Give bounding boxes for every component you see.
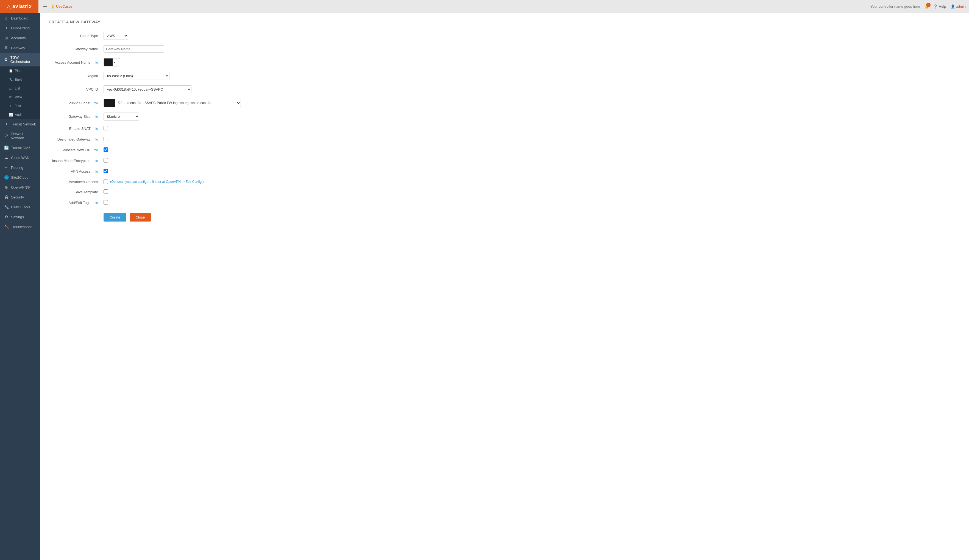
gateway-size-select[interactable]: t2.micro t2.small t2.medium t3.micro: [103, 113, 139, 121]
access-account-info[interactable]: Info: [93, 61, 98, 65]
sidebar-label-onboarding: Onboarding: [11, 26, 30, 30]
sidebar-item-useful-tools[interactable]: 🔧 Useful Tools: [0, 202, 40, 212]
audit-icon: 📊: [9, 113, 13, 117]
designated-gateway-checkbox[interactable]: [103, 137, 108, 141]
allocate-eip-control: [103, 148, 230, 153]
enable-snat-info[interactable]: Info: [93, 127, 98, 131]
sidebar-label-cloud-wan: Cloud WAN: [11, 156, 29, 160]
vpn-access-info[interactable]: Info: [93, 169, 98, 173]
vpc-id-select[interactable]: vpc-0d0318b8410c7edba---SSVPC: [103, 85, 191, 93]
access-account-row: Access Account Name Info ▾: [48, 58, 296, 66]
sidebar-item-peering[interactable]: ↔ Peering: [0, 163, 40, 173]
sidebar-label-settings: Settings: [11, 215, 24, 219]
sidebar-item-list[interactable]: ☰ List: [0, 84, 40, 93]
sidebar-item-audit[interactable]: 📊 Audit: [0, 110, 40, 119]
add-edit-tags-control: [103, 200, 230, 205]
gateway-size-row: Gateway Size Info t2.micro t2.small t2.m…: [48, 113, 296, 121]
vpn-access-checkbox[interactable]: [103, 169, 108, 173]
vpc-id-label: VPC ID: [48, 87, 103, 91]
gateway-size-info[interactable]: Info: [93, 115, 98, 119]
add-edit-tags-row: Add/Edit Tags Info: [48, 200, 296, 205]
add-edit-tags-info[interactable]: Info: [93, 201, 98, 205]
sidebar-item-gateway[interactable]: 🖥 Gateway: [0, 43, 40, 53]
close-button[interactable]: Close: [130, 213, 151, 221]
sidebar-item-plan[interactable]: 📋 Plan: [0, 66, 40, 75]
vpc-id-control: vpc-0d0318b8410c7edba---SSVPC: [103, 85, 230, 93]
sidebar-label-transit-dmz: Transit DMZ: [11, 146, 30, 150]
sidebar-item-cloud-wan[interactable]: ☁ Cloud WAN: [0, 153, 40, 163]
cloud-type-label: Cloud Type: [48, 34, 103, 38]
sidebar-label-useful-tools: Useful Tools: [11, 205, 30, 209]
sidebar-item-site2cloud[interactable]: 🌐 Site2Cloud: [0, 173, 40, 182]
logo[interactable]: △ aviatrix: [0, 0, 38, 13]
sidebar-item-accounts[interactable]: ⊞ Accounts: [0, 33, 40, 43]
add-edit-tags-checkbox[interactable]: [103, 200, 108, 204]
gateway-name-input[interactable]: [103, 45, 164, 53]
allocate-eip-info[interactable]: Info: [93, 148, 98, 152]
sidebar-label-transit-network: Transit Network: [11, 122, 36, 126]
add-edit-tags-label: Add/Edit Tags Info: [48, 201, 103, 205]
allocate-eip-label: Allocate New EIP Info: [48, 148, 103, 152]
gateway-size-label: Gateway Size Info: [48, 115, 103, 119]
sidebar-label-security: Security: [11, 195, 24, 199]
sidebar-item-onboarding[interactable]: ✈ Onboarding: [0, 23, 40, 33]
public-subnet-label: Public Subnet Info: [48, 101, 103, 105]
useful-tools-icon: 🔧: [4, 205, 9, 209]
cloud-wan-icon: ☁: [4, 155, 9, 160]
sidebar-item-transit-network[interactable]: ✈ Transit Network: [0, 119, 40, 129]
site2cloud-icon: 🌐: [4, 175, 9, 179]
sidebar-item-build[interactable]: 🔧 Build: [0, 75, 40, 84]
test-icon: ✈: [9, 104, 13, 108]
help-link[interactable]: ❓ Help: [933, 4, 946, 8]
plan-icon: 📋: [9, 69, 13, 73]
sidebar-label-openvpn: OpenVPN®: [11, 185, 30, 189]
tgw-submenu: 📋 Plan 🔧 Build ☰ List 👁 View ✈ Test 📊: [0, 66, 40, 119]
sidebar-item-tgw-orchestrator[interactable]: ⚙ TGW Orchestrator: [0, 53, 40, 66]
sidebar-label-tgw: TGW Orchestrator: [10, 55, 36, 64]
hamburger-button[interactable]: ☰: [43, 3, 47, 10]
main-layout: ⌂ Dashboard ✈ Onboarding ⊞ Accounts 🖥 Ga…: [0, 13, 969, 560]
sidebar-item-settings[interactable]: ⚙ Settings: [0, 212, 40, 222]
save-template-checkbox[interactable]: [103, 189, 108, 194]
region-label: Region: [48, 74, 103, 78]
sidebar-item-firewall-network[interactable]: 🛡 Firewall Network: [0, 129, 40, 143]
sidebar-item-transit-dmz[interactable]: 🔄 Transit DMZ: [0, 143, 40, 153]
account-dropdown-arrow[interactable]: ▾: [113, 60, 116, 65]
use-cases-link[interactable]: 💡 UseCases: [50, 4, 73, 8]
list-icon: ☰: [9, 86, 13, 90]
cloud-type-select[interactable]: AWS GCP Azure OCI: [103, 32, 128, 40]
enable-snat-checkbox[interactable]: [103, 126, 108, 130]
enable-snat-label: Enable SNAT Info: [48, 126, 103, 131]
insane-mode-control: [103, 158, 230, 163]
region-row: Region us-east-1 (N. Virginia) us-east-2…: [48, 72, 296, 80]
public-subnet-select[interactable]: /28---us-east-2a---SSVPC-Public-FW-ingre…: [115, 100, 241, 106]
save-template-row: Save Template: [48, 189, 296, 194]
sidebar-label-gateway: Gateway: [11, 46, 25, 50]
sidebar-item-security[interactable]: 🔒 Security: [0, 192, 40, 202]
nav-right: Your controller name goes here 🔔 2 ❓ Hel…: [871, 4, 966, 8]
save-template-control: [103, 189, 230, 194]
public-subnet-info[interactable]: Info: [93, 101, 98, 105]
access-account-wrapper: ▾: [103, 58, 120, 66]
form-buttons: Create Close: [48, 213, 296, 221]
sidebar-label-build: Build: [15, 78, 22, 81]
notifications-bell[interactable]: 🔔 2: [924, 4, 929, 8]
region-select[interactable]: us-east-1 (N. Virginia) us-east-2 (Ohio)…: [103, 72, 170, 80]
allocate-eip-checkbox[interactable]: [103, 148, 108, 152]
sidebar-item-troubleshoot[interactable]: 🔨 Troubleshoot: [0, 222, 40, 232]
logo-icon: △: [7, 3, 11, 10]
access-account-control: ▾: [103, 58, 230, 66]
sidebar-item-test[interactable]: ✈ Test: [0, 101, 40, 110]
dashboard-icon: ⌂: [4, 16, 9, 20]
sidebar-item-dashboard[interactable]: ⌂ Dashboard: [0, 13, 40, 23]
insane-mode-info[interactable]: Info: [93, 159, 98, 163]
insane-mode-checkbox[interactable]: [103, 158, 108, 163]
sidebar-item-openvpn[interactable]: ⊕ OpenVPN®: [0, 182, 40, 192]
create-button[interactable]: Create: [103, 213, 127, 221]
sidebar-item-view[interactable]: 👁 View: [0, 93, 40, 101]
sidebar-label-dashboard: Dashboard: [11, 16, 28, 20]
advanced-options-checkbox[interactable]: [103, 179, 108, 184]
designated-gateway-info[interactable]: Info: [93, 138, 98, 141]
onboarding-icon: ✈: [4, 26, 9, 30]
admin-link[interactable]: 👤 admin: [951, 4, 966, 8]
